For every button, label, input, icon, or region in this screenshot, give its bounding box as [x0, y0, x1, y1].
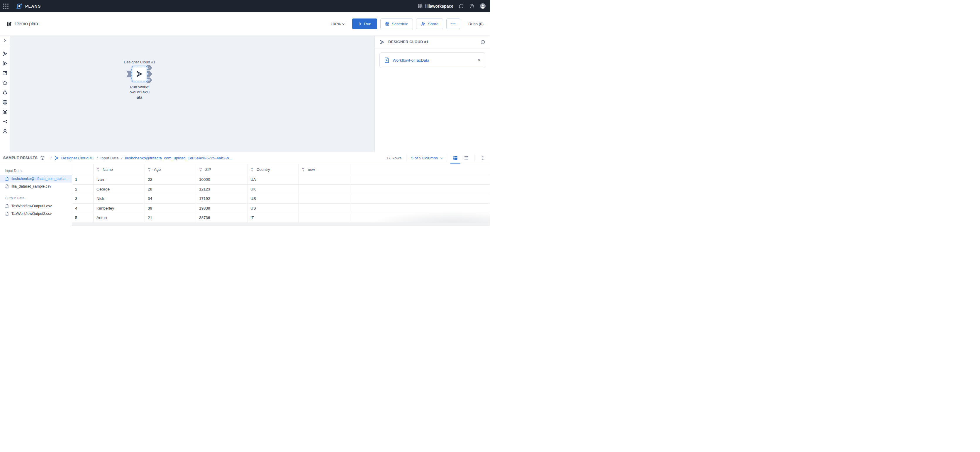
- column-header-age[interactable]: ABC Age: [145, 165, 196, 175]
- filler-cell: [350, 213, 490, 222]
- flow-icon: [379, 39, 385, 45]
- user-avatar[interactable]: [480, 3, 486, 9]
- list-view-button[interactable]: [463, 154, 469, 161]
- rail-report-icon[interactable]: [0, 68, 10, 78]
- node-body[interactable]: [133, 67, 146, 80]
- rail-split-arrows-icon[interactable]: [0, 117, 10, 126]
- filler-cell: [350, 175, 490, 184]
- cell-zip: 17192: [196, 194, 248, 203]
- rail-map-pin-icon[interactable]: [0, 126, 10, 136]
- file-name: TaxWorkflowOutput1.csv: [11, 204, 52, 208]
- play-icon: [358, 22, 362, 26]
- table-header-row: ABC Name ABC Age ABC ZIP ABC Country ABC…: [72, 165, 490, 175]
- rail-expand-button[interactable]: [0, 37, 10, 43]
- on-success-connector[interactable]: ✓: [147, 65, 152, 70]
- runs-toggle[interactable]: Runs (0): [468, 22, 484, 26]
- help-icon[interactable]: [469, 3, 474, 9]
- panel-title: DESIGNER CLOUD #1: [388, 40, 428, 44]
- cell-new: [299, 194, 350, 203]
- column-header-name[interactable]: ABC Name: [94, 165, 145, 175]
- column-header-label: new: [308, 167, 315, 172]
- workflow-link[interactable]: WorkflowForTaxData: [393, 58, 429, 62]
- rail-flow-task-icon[interactable]: [0, 49, 10, 58]
- info-icon[interactable]: [480, 40, 485, 45]
- plan-canvas[interactable]: Designer Cloud #1 ✓ › ✕ Run WorkflowForT…: [10, 36, 374, 152]
- ellipsis-icon: •••: [450, 22, 456, 26]
- info-icon[interactable]: [40, 156, 45, 160]
- schedule-button[interactable]: Schedule: [380, 19, 413, 29]
- svg-text:C: C: [303, 170, 304, 171]
- breadcrumb-section: Input Data: [100, 156, 118, 160]
- plan-node: Designer Cloud #1 ✓ › ✕ Run WorkflowForT…: [124, 60, 156, 100]
- svg-text:C: C: [149, 170, 150, 171]
- node-output-connectors: ✓ › ✕: [147, 65, 152, 83]
- task-rail: [0, 36, 10, 152]
- file-item[interactable]: csv illia_dataset_sample.csv: [0, 182, 72, 190]
- rail-play-triangle-icon[interactable]: [0, 58, 10, 68]
- cell-name: George: [94, 185, 145, 194]
- expand-panel-button[interactable]: [479, 154, 486, 161]
- share-label: Share: [428, 22, 438, 26]
- svg-text:C: C: [200, 170, 202, 171]
- chevron-down-icon: [440, 156, 443, 159]
- row-number-header: [72, 165, 94, 175]
- row-number: 3: [72, 194, 94, 203]
- run-button[interactable]: Run: [352, 19, 377, 29]
- cell-new: [299, 175, 350, 184]
- cell-zip: 12123: [196, 185, 248, 194]
- grid-view-button[interactable]: [452, 154, 459, 161]
- next-row-hint: [72, 223, 490, 226]
- schedule-label: Schedule: [392, 22, 408, 26]
- string-type-icon: ABC: [250, 168, 255, 172]
- workflow-card[interactable]: WorkflowForTaxData ✕: [379, 52, 485, 68]
- filler-cell: [350, 194, 490, 203]
- breadcrumb-file-link[interactable]: ileshchenko@trifacta_com_upload_1e85e4c0…: [125, 156, 232, 160]
- string-type-icon: ABC: [97, 168, 100, 172]
- chat-icon[interactable]: [459, 3, 464, 9]
- more-actions-button[interactable]: •••: [446, 19, 460, 29]
- breadcrumb-flow-link[interactable]: Designer Cloud #1: [61, 156, 94, 160]
- filler-cell: [350, 204, 490, 213]
- csv-file-icon: csv: [5, 204, 9, 208]
- chevron-right-icon: [3, 39, 7, 42]
- column-header-new[interactable]: ABC new: [299, 165, 350, 175]
- cell-zip: 10000: [196, 175, 248, 184]
- cell-country: UK: [248, 185, 299, 194]
- column-header-country[interactable]: ABC Country: [248, 165, 299, 175]
- cell-new: [299, 204, 350, 213]
- datasets-panel: Input Data csv ileshchenko@trifacta_com_…: [0, 165, 72, 226]
- svg-text:csv: csv: [5, 187, 7, 188]
- columns-dropdown[interactable]: 5 of 5 Columns: [411, 156, 442, 160]
- rail-workflow-icon[interactable]: [0, 78, 10, 88]
- close-icon[interactable]: ✕: [477, 58, 481, 62]
- file-item[interactable]: csv TaxWorkflowOutput1.csv: [0, 202, 72, 210]
- svg-text:C: C: [251, 170, 253, 171]
- flow-icon: [136, 70, 143, 77]
- svg-text:csv: csv: [5, 214, 7, 216]
- designer-cloud-node[interactable]: ✓ › ✕: [131, 66, 148, 82]
- apps-grid-button[interactable]: [0, 0, 12, 12]
- on-failure-connector[interactable]: ✕: [147, 77, 152, 83]
- cell-name: Nick: [94, 194, 145, 203]
- filler-cell: [350, 185, 490, 194]
- rail-workflow-alt-icon[interactable]: [0, 88, 10, 97]
- breadcrumb-separator: /: [97, 156, 98, 160]
- workspace-selector[interactable]: illiaworkspace: [418, 3, 453, 8]
- table-row: 3 Nick 34 17192 US: [72, 194, 490, 204]
- file-item[interactable]: csv TaxWorkflowOutput2.csv: [0, 210, 72, 217]
- chevron-down-icon: [342, 22, 345, 25]
- zoom-control[interactable]: 100%: [331, 22, 344, 26]
- file-item[interactable]: csv ileshchenko@trifacta_com_uploa...: [0, 175, 72, 182]
- share-button[interactable]: Share: [416, 19, 443, 29]
- on-next-connector[interactable]: ›: [147, 71, 152, 77]
- svg-text:AB: AB: [148, 168, 150, 170]
- rail-circle-hash-icon[interactable]: [0, 107, 10, 117]
- column-header-zip[interactable]: ABC ZIP: [196, 165, 248, 175]
- node-input-connector[interactable]: [126, 71, 131, 77]
- svg-text:C: C: [98, 170, 99, 171]
- cell-age: 39: [145, 204, 196, 213]
- divider: [474, 155, 474, 161]
- rail-globe-icon[interactable]: [0, 97, 10, 107]
- file-name: ileshchenko@trifacta_com_uploa...: [11, 177, 68, 181]
- plan-title: Demo plan: [15, 21, 38, 26]
